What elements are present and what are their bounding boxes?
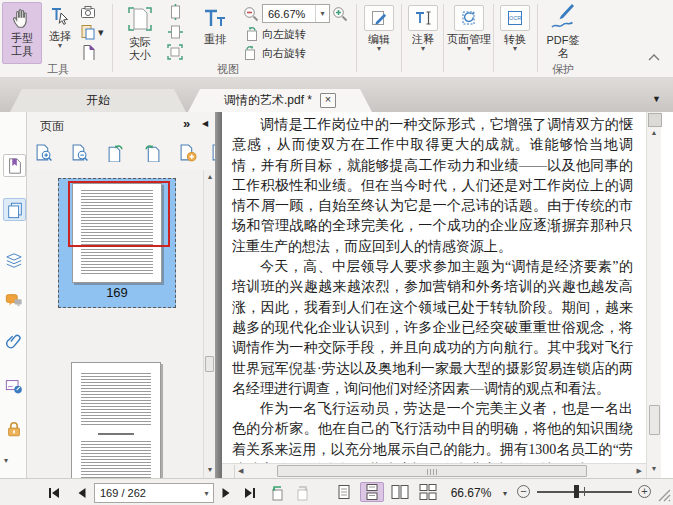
document-text: 调情是工作岗位中的一种交际形式，它增强了调情双方的惬意感，从而使双方在工作中取得… [222, 112, 646, 478]
page-rotate-right-button[interactable] [143, 144, 161, 162]
thumbnail-scrollbar[interactable]: ▲ ▼ [203, 170, 215, 478]
lock-icon [5, 420, 23, 438]
first-page-button[interactable] [46, 485, 62, 500]
last-page-button[interactable] [242, 485, 258, 500]
actual-size-icon [125, 4, 155, 34]
previous-page-button[interactable] [74, 485, 90, 500]
rotate-left-button[interactable]: 向左旋转 [243, 26, 306, 42]
comments-panel-button[interactable] [3, 290, 24, 311]
zoom-plus-button[interactable]: + [638, 485, 651, 498]
vertical-scrollbar-thumb[interactable] [649, 405, 660, 435]
rotate-left-label: 向左旋转 [262, 27, 306, 42]
rotate-right-label: 向右旋转 [262, 46, 306, 61]
next-view-icon [295, 485, 311, 501]
fit-width-button[interactable] [168, 4, 183, 20]
scroll-up-icon[interactable]: ▲ [204, 173, 215, 180]
ribbon-separator [443, 4, 444, 72]
visible-area-indicator[interactable] [68, 181, 170, 247]
continuous-layout-button[interactable] [360, 482, 384, 502]
paste-dropdown-arrow: ▾ [98, 26, 104, 39]
continuous-facing-layout-button[interactable] [416, 482, 440, 502]
scroll-down-icon[interactable]: ▼ [647, 465, 661, 472]
panel-splitter[interactable] [215, 112, 222, 478]
horizontal-scrollbar[interactable]: ◀ ▶ [222, 463, 646, 478]
select-tool-button[interactable]: 选择 ▾ [42, 2, 78, 62]
page-zoom-out-button[interactable] [71, 144, 89, 162]
page-rotate-left-button[interactable] [107, 144, 125, 162]
layers-icon [5, 252, 23, 270]
status-zoom-dropdown-arrow[interactable]: ▾ [503, 489, 507, 498]
tab-document[interactable]: 调情的艺术.pdf * × [188, 89, 372, 112]
zoom-combo-arrow[interactable]: ▾ [315, 5, 329, 22]
reflow-button[interactable]: 重排 [194, 2, 236, 62]
page-number-combobox[interactable]: 169 / 262 ▾ [94, 483, 214, 503]
document-page[interactable]: 调情是工作岗位中的一种交际形式，它增强了调情双方的惬意感，从而使双方在工作中取得… [222, 112, 646, 478]
pages-panel-header: 页面 » ◀ [27, 112, 215, 138]
fit-visible-button[interactable] [167, 44, 183, 60]
scroll-left-icon[interactable]: ◀ [238, 467, 243, 475]
horizontal-scrollbar-thumb[interactable] [277, 465, 587, 477]
continuous-facing-layout-icon [419, 484, 437, 500]
next-page-icon [219, 486, 233, 500]
continuous-layout-icon [365, 484, 379, 500]
security-panel-button[interactable] [3, 418, 24, 439]
rotate-right-button[interactable]: 向右旋转 [243, 45, 306, 61]
tab-home[interactable]: 开始 [10, 89, 186, 112]
next-view-button[interactable] [294, 485, 312, 500]
page-zoom-in-icon [35, 144, 53, 162]
strip-more-icon[interactable]: ▾ [4, 456, 8, 465]
zoom-level-combobox[interactable]: 66.67% ▾ [262, 4, 330, 23]
actual-size-label: 实际大小 [125, 36, 155, 62]
comment-button[interactable]: 注释 ▾ [404, 2, 442, 52]
pages-panel-button[interactable] [3, 198, 26, 221]
ocr-document-icon: OCR [500, 5, 530, 31]
pdf-sign-button[interactable]: PDF签名 [541, 2, 585, 60]
signatures-panel-button[interactable] [3, 375, 24, 396]
page-management-button[interactable]: 页面管理 ▾ [446, 2, 492, 52]
page-combo-arrow[interactable]: ▾ [200, 484, 213, 502]
page-zoom-in-button[interactable] [35, 144, 53, 162]
zoom-minus-button[interactable]: − [517, 485, 530, 498]
single-page-layout-button[interactable] [332, 482, 356, 502]
scroll-up-icon[interactable]: ▲ [647, 129, 661, 136]
signature-pen-icon [548, 4, 578, 32]
select-dropdown-arrow: ▾ [58, 43, 62, 49]
collapse-ribbon-button[interactable] [648, 54, 660, 61]
paste-button[interactable]: ▾ [80, 24, 104, 40]
hand-tool-button[interactable]: 手型工具 [2, 2, 42, 64]
tab-close-icon[interactable]: × [320, 93, 336, 108]
split-view-handle[interactable] [648, 113, 662, 127]
previous-view-button[interactable] [268, 485, 286, 500]
thumbnail-scrollbar-thumb[interactable] [205, 356, 214, 372]
zoom-out-button[interactable] [243, 6, 259, 22]
thumbnail-169-selection[interactable]: 169 [58, 178, 176, 308]
vertical-scrollbar[interactable]: ▲ ▼ [646, 112, 661, 478]
tab-list-button[interactable]: ▼ [652, 94, 661, 104]
status-zoom-value[interactable]: 66.67% [444, 486, 498, 500]
fit-width-icon [168, 4, 183, 20]
thumbnail-text-lines [81, 249, 153, 275]
scroll-down-icon[interactable]: ▼ [204, 466, 215, 473]
fit-page-button[interactable] [168, 24, 183, 40]
page-insert-button[interactable] [179, 144, 197, 162]
scroll-right-icon[interactable]: ▶ [637, 467, 642, 475]
window-resize-grip[interactable] [658, 489, 671, 502]
next-page-button[interactable] [218, 485, 234, 500]
panel-float-icon[interactable]: » [183, 116, 190, 131]
convert-button[interactable]: OCR 转换 ▾ [496, 2, 534, 52]
zoom-in-button[interactable] [332, 6, 348, 22]
facing-layout-button[interactable] [388, 482, 412, 502]
edit-button[interactable]: 编辑 ▾ [360, 2, 398, 52]
actual-size-button[interactable]: 实际大小 [118, 2, 162, 62]
thumbnail-page-170[interactable] [71, 362, 161, 478]
zoom-slider-thumb[interactable] [574, 485, 579, 498]
snapshot-button[interactable] [80, 4, 96, 20]
thumbnail-text-lines [81, 441, 151, 478]
bookmarks-panel-button[interactable] [3, 154, 26, 177]
new-page-button[interactable] [81, 44, 96, 60]
group-label-view: 视图 [200, 62, 256, 77]
select-cursor-icon [49, 6, 71, 28]
panel-collapse-icon[interactable]: ◀ [202, 119, 208, 128]
layers-panel-button[interactable] [3, 250, 24, 271]
attachments-panel-button[interactable] [3, 331, 24, 352]
